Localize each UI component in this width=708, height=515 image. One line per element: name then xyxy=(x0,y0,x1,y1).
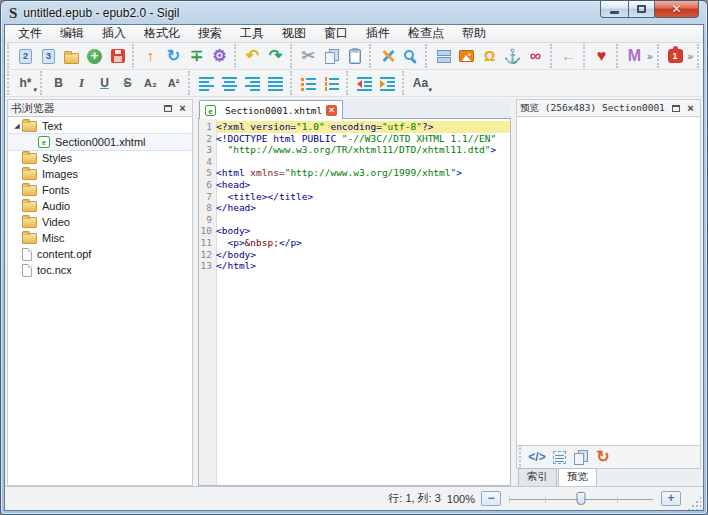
paste-button[interactable] xyxy=(343,45,366,68)
preview-bottom-tab[interactable]: 索引 xyxy=(518,468,557,486)
back-button[interactable]: ← xyxy=(557,45,580,68)
text-lines-button[interactable] xyxy=(548,447,570,468)
copy-button[interactable] xyxy=(320,45,343,68)
tree-item-fonts[interactable]: Fonts xyxy=(8,182,192,198)
heading-style-button[interactable]: h*▾ xyxy=(14,72,37,95)
float-panel-button[interactable] xyxy=(161,102,174,115)
menu-item[interactable]: 工具 xyxy=(231,24,273,43)
code-line[interactable]: 8</head> xyxy=(199,202,510,214)
cut-button[interactable]: ✂ xyxy=(297,45,320,68)
tree-item-styles[interactable]: Styles xyxy=(8,150,192,166)
zoom-in-button[interactable]: + xyxy=(661,491,681,506)
float-panel-button[interactable] xyxy=(669,102,682,115)
align-right-button[interactable] xyxy=(241,72,264,95)
close-panel-button[interactable]: × xyxy=(684,102,697,115)
code-line[interactable]: 9 xyxy=(199,214,510,226)
overflow-chevron-icon[interactable]: » xyxy=(647,51,653,62)
find-button[interactable] xyxy=(399,45,422,68)
code-line[interactable]: 1<?xml version="1.0" encoding="utf-8"?> xyxy=(199,121,510,133)
strikethrough-button[interactable]: S xyxy=(116,72,139,95)
new-epub2-button[interactable]: 2 xyxy=(14,45,37,68)
menu-item[interactable]: 编辑 xyxy=(51,24,93,43)
editor-tab[interactable]: e Section0001.xhtml × xyxy=(199,100,343,119)
tree-item-section0001-xhtml[interactable]: eSection0001.xhtml xyxy=(8,134,192,150)
code-line[interactable]: 7 <title></title> xyxy=(199,191,510,203)
checkpoint-restore-button[interactable]: ↻ xyxy=(162,45,185,68)
maximize-button[interactable] xyxy=(628,1,655,18)
minimize-button[interactable] xyxy=(600,1,629,18)
checkpoint-settings-button[interactable]: ⚙ xyxy=(208,45,231,68)
preview-bottom-tab[interactable]: 预览 xyxy=(558,468,597,486)
outdent-button[interactable] xyxy=(353,72,376,95)
tree-item-text[interactable]: ◢Text xyxy=(8,118,192,134)
checkpoint-diff-button[interactable]: ∓ xyxy=(185,45,208,68)
indent-button[interactable] xyxy=(376,72,399,95)
new-epub3-button[interactable]: 3 xyxy=(37,45,60,68)
tree-item-content-opf[interactable]: content.opf xyxy=(8,246,192,262)
numbered-list-button[interactable] xyxy=(320,72,343,95)
delete-button[interactable] xyxy=(376,45,399,68)
menu-item[interactable]: 搜索 xyxy=(189,24,231,43)
code-line[interactable]: 10<body> xyxy=(199,225,510,237)
code-editor[interactable]: 1<?xml version="1.0" encoding="utf-8"?>2… xyxy=(198,119,511,486)
menu-item[interactable]: 窗口 xyxy=(315,24,357,43)
italic-button[interactable]: I xyxy=(70,72,93,95)
menu-item[interactable]: 格式化 xyxy=(135,24,189,43)
align-left-button[interactable] xyxy=(195,72,218,95)
overflow-chevron-icon[interactable]: » xyxy=(688,51,694,62)
split-at-cursor-button[interactable] xyxy=(432,45,455,68)
resize-grip-icon[interactable] xyxy=(687,496,701,510)
tab-close-icon[interactable]: × xyxy=(326,105,337,116)
menu-item[interactable]: 插件 xyxy=(357,24,399,43)
refresh-preview-button[interactable]: ↻ xyxy=(592,447,614,468)
copy-selection-button[interactable] xyxy=(570,447,592,468)
change-case-button[interactable]: Aa▾ xyxy=(409,72,432,95)
tree-item-video[interactable]: Video xyxy=(8,214,192,230)
subscript-button[interactable]: A₂ xyxy=(139,72,162,95)
inspect-code-button[interactable]: </> xyxy=(526,447,548,468)
save-button[interactable] xyxy=(106,45,129,68)
insert-link-button[interactable]: ∞ xyxy=(524,45,547,68)
special-character-button[interactable]: Ω xyxy=(478,45,501,68)
code-line[interactable]: 4 xyxy=(199,156,510,168)
checkpoint-commit-button[interactable]: ↑ xyxy=(139,45,162,68)
close-button[interactable]: ✕ xyxy=(654,1,699,18)
book-tree[interactable]: ◢TexteSection0001.xhtmlStylesImagesFonts… xyxy=(7,116,193,486)
bold-button[interactable]: B xyxy=(47,72,70,95)
menu-item[interactable]: 文件 xyxy=(9,24,51,43)
open-folder-button[interactable] xyxy=(60,45,83,68)
tree-item-toc-ncx[interactable]: toc.ncx xyxy=(8,262,192,278)
align-center-button[interactable] xyxy=(218,72,241,95)
menu-item[interactable]: 帮助 xyxy=(453,24,495,43)
menu-item[interactable]: 视图 xyxy=(273,24,315,43)
plugin-red-button[interactable]: 1 xyxy=(664,45,687,68)
tree-item-images[interactable]: Images xyxy=(8,166,192,182)
zoom-out-button[interactable]: − xyxy=(481,491,501,506)
close-panel-button[interactable]: × xyxy=(176,102,189,115)
code-line[interactable]: 6<head> xyxy=(199,179,510,191)
align-justify-button[interactable] xyxy=(264,72,287,95)
code-line[interactable]: 13</html> xyxy=(199,260,510,272)
undo-button[interactable]: ↶ xyxy=(241,45,264,68)
code-line[interactable]: 5<html xmlns="http://www.w3.org/1999/xht… xyxy=(199,167,510,179)
underline-button[interactable]: U xyxy=(93,72,116,95)
code-line[interactable]: 11 <p>&nbsp;</p> xyxy=(199,237,510,249)
add-existing-file-button[interactable] xyxy=(83,45,106,68)
menu-item[interactable]: 插入 xyxy=(93,24,135,43)
mathml-button[interactable]: M xyxy=(623,45,646,68)
zoom-slider-handle[interactable] xyxy=(577,492,586,505)
superscript-button[interactable]: A² xyxy=(162,72,185,95)
plugin-blue-button[interactable]: 6 xyxy=(704,45,708,68)
bullet-list-button[interactable] xyxy=(297,72,320,95)
redo-button[interactable]: ↷ xyxy=(264,45,287,68)
expanded-triangle-icon[interactable]: ◢ xyxy=(12,122,22,130)
insert-id-anchor-button[interactable]: ⚓ xyxy=(501,45,524,68)
code-line[interactable]: 3 "http://www.w3.org/TR/xhtml11/DTD/xhtm… xyxy=(199,144,510,156)
insert-image-button[interactable] xyxy=(455,45,478,68)
menu-item[interactable]: 检查点 xyxy=(399,24,453,43)
zoom-slider[interactable] xyxy=(507,491,655,507)
tree-item-audio[interactable]: Audio xyxy=(8,198,192,214)
code-line[interactable]: 2<!DOCTYPE html PUBLIC "-//W3C//DTD XHTM… xyxy=(199,133,510,145)
code-line[interactable]: 12</body> xyxy=(199,249,510,261)
donate-heart-button[interactable]: ♥ xyxy=(590,45,613,68)
